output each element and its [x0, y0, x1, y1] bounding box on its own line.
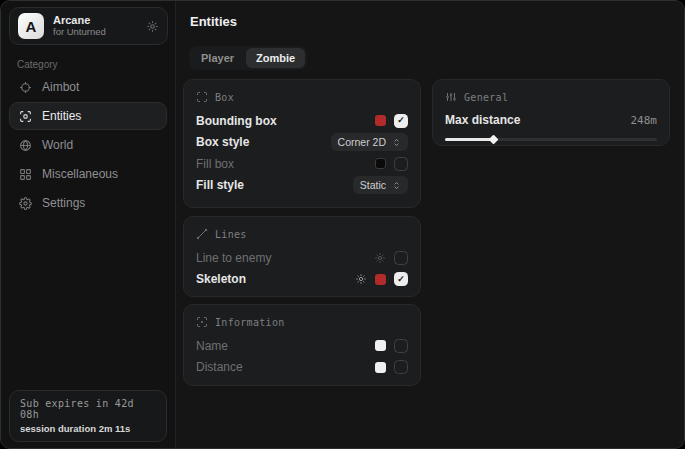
sidebar-item-label: Aimbot	[42, 80, 79, 94]
page-title: Entities	[190, 14, 237, 29]
color-swatch[interactable]	[375, 158, 386, 169]
line-icon	[196, 228, 208, 240]
setting-label: Fill box	[196, 157, 234, 171]
main-panel: Entities Player Zombie Box Bounding box …	[176, 1, 684, 448]
sliders-icon	[445, 91, 457, 103]
information-card-header: Information	[196, 316, 408, 328]
scan-icon	[19, 110, 32, 123]
card-title: Lines	[215, 229, 247, 240]
slider-fill	[445, 138, 492, 141]
sub-expires-text: Sub expires in 42d 08h	[20, 398, 156, 420]
sidebar-item-world[interactable]: World	[9, 131, 167, 159]
color-swatch[interactable]	[375, 274, 386, 285]
crosshair-icon	[19, 81, 32, 94]
gear-icon[interactable]	[146, 20, 159, 33]
gear-icon[interactable]	[355, 273, 367, 285]
color-swatch[interactable]	[375, 340, 386, 351]
check-icon: ✓	[397, 275, 405, 284]
app-window: A Arcane for Unturned Category Aimbot	[0, 0, 685, 449]
setting-label: Distance	[196, 360, 243, 374]
setting-label: Bounding box	[196, 114, 277, 128]
sidebar-item-label: World	[42, 138, 73, 152]
setting-label: Max distance	[445, 113, 520, 127]
card-title: Box	[215, 92, 234, 103]
setting-label: Name	[196, 339, 228, 353]
app-title: Arcane	[53, 14, 137, 27]
setting-row-max-distance: Max distance 248m	[445, 110, 657, 130]
setting-row-fill-box: Fill box	[196, 153, 408, 175]
grid-icon	[19, 168, 32, 181]
sidebar-item-aimbot[interactable]: Aimbot	[9, 73, 167, 101]
lines-card: Lines Line to enemy Skeleton	[183, 216, 421, 297]
checkbox-unchecked[interactable]	[394, 339, 408, 353]
setting-label: Line to enemy	[196, 251, 271, 265]
color-swatch[interactable]	[375, 115, 386, 126]
setting-label: Box style	[196, 135, 249, 149]
tab-zombie[interactable]: Zombie	[246, 48, 305, 68]
focus-icon	[196, 316, 208, 328]
checkbox-unchecked[interactable]	[394, 360, 408, 374]
app-subtitle: for Unturned	[53, 27, 137, 38]
gear-icon[interactable]	[374, 252, 386, 264]
setting-row-skeleton: Skeleton ✓	[196, 269, 408, 291]
check-icon: ✓	[397, 116, 405, 125]
tab-player[interactable]: Player	[191, 48, 244, 68]
dropdown-value: Static	[360, 179, 386, 191]
sidebar: A Arcane for Unturned Category Aimbot	[1, 1, 176, 448]
setting-row-distance: Distance	[196, 357, 408, 379]
setting-row-bounding-box: Bounding box ✓	[196, 110, 408, 132]
setting-row-fill-style: Fill style Static	[196, 175, 408, 197]
sidebar-item-label: Settings	[42, 196, 85, 210]
setting-row-box-style: Box style Corner 2D	[196, 132, 408, 154]
general-card-header: General	[445, 91, 657, 103]
information-card: Information Name Distance	[183, 304, 421, 386]
sidebar-item-settings[interactable]: Settings	[9, 189, 167, 217]
chevrons-up-down-icon	[392, 181, 401, 190]
sidebar-item-label: Entities	[42, 109, 81, 123]
checkbox-unchecked[interactable]	[394, 251, 408, 265]
sidebar-item-miscellaneous[interactable]: Miscellaneous	[9, 160, 167, 188]
gear-icon	[19, 197, 32, 210]
max-distance-value: 248m	[631, 114, 658, 127]
setting-label: Fill style	[196, 178, 244, 192]
category-label: Category	[17, 59, 175, 70]
session-duration-text: session duration 2m 11s	[20, 423, 156, 434]
sidebar-nav: Aimbot Entities World Miscellaneous	[9, 73, 167, 218]
setting-row-name: Name	[196, 335, 408, 357]
globe-icon	[19, 139, 32, 152]
dropdown-value: Corner 2D	[338, 136, 386, 148]
general-card: General Max distance 248m	[432, 79, 670, 146]
sidebar-item-label: Miscellaneous	[42, 167, 118, 181]
subscription-card: Sub expires in 42d 08h session duration …	[9, 390, 167, 442]
setting-label: Skeleton	[196, 272, 246, 286]
app-logo: A	[18, 13, 44, 39]
brand-text: Arcane for Unturned	[53, 14, 137, 38]
lines-card-header: Lines	[196, 228, 408, 240]
card-title: Information	[215, 317, 285, 328]
color-swatch[interactable]	[375, 362, 386, 373]
checkbox-checked[interactable]: ✓	[394, 114, 408, 128]
card-title: General	[464, 92, 508, 103]
scan-icon	[196, 91, 208, 103]
box-style-dropdown[interactable]: Corner 2D	[331, 133, 408, 151]
chevrons-up-down-icon	[392, 138, 401, 147]
box-card-header: Box	[196, 91, 408, 103]
brand-card: A Arcane for Unturned	[9, 7, 168, 45]
setting-row-line-to-enemy: Line to enemy	[196, 247, 408, 269]
sidebar-item-entities[interactable]: Entities	[9, 102, 167, 130]
checkbox-unchecked[interactable]	[394, 157, 408, 171]
max-distance-slider[interactable]	[445, 135, 657, 144]
fill-style-dropdown[interactable]: Static	[353, 176, 408, 194]
entity-tabs: Player Zombie	[189, 46, 307, 70]
box-card: Box Bounding box ✓ Box style Corner 2D	[183, 79, 421, 208]
checkbox-checked[interactable]: ✓	[394, 272, 408, 286]
slider-handle[interactable]	[488, 135, 498, 145]
